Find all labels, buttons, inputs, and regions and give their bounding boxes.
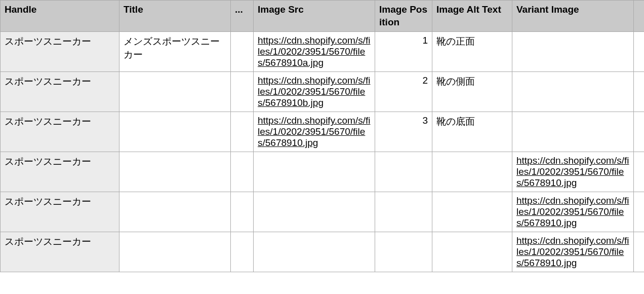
col-variant-image: Variant Image [512,1,634,32]
table-row: スポーツスニーカー https://cdn.shopify.com/s/file… [1,72,645,112]
col-image-position: Image Position [375,1,432,32]
table-row: スポーツスニーカー https://cdn.shopify.com/s/file… [1,152,645,192]
table-row: スポーツスニーカー https://cdn.shopify.com/s/file… [1,192,645,232]
table-row: スポーツスニーカー メンズスポーツスニーカー https://cdn.shopi… [1,32,645,72]
cell-handle: スポーツスニーカー [1,152,119,192]
cell-handle: スポーツスニーカー [1,72,119,112]
table-row: スポーツスニーカー https://cdn.shopify.com/s/file… [1,232,645,272]
col-image-src: Image Src [254,1,375,32]
cell-ellipsis [231,192,254,232]
product-image-table: Handle Title ... Image Src Image Positio… [0,0,644,272]
cell-title: メンズスポーツスニーカー [119,32,231,72]
table-row: スポーツスニーカー https://cdn.shopify.com/s/file… [1,112,645,152]
cell-image-src [254,152,375,192]
table-body: スポーツスニーカー メンズスポーツスニーカー https://cdn.shopi… [1,32,645,272]
cell-title [119,232,231,272]
table-header-row: Handle Title ... Image Src Image Positio… [1,1,645,32]
cell-trailing [634,112,645,152]
col-trailing [634,1,645,32]
cell-image-position: 2 [375,72,432,112]
cell-title [119,152,231,192]
cell-image-position [375,192,432,232]
col-title: Title [119,1,231,32]
cell-handle: スポーツスニーカー [1,32,119,72]
cell-variant-image [512,32,634,72]
col-image-alt: Image Alt Text [432,1,512,32]
image-src-link[interactable]: https://cdn.shopify.com/s/files/1/0202/3… [258,35,370,68]
cell-image-position [375,232,432,272]
col-ellipsis: ... [231,1,254,32]
col-handle: Handle [1,1,119,32]
cell-ellipsis [231,232,254,272]
cell-image-position: 1 [375,32,432,72]
cell-image-position [375,152,432,192]
cell-image-src: https://cdn.shopify.com/s/files/1/0202/3… [254,112,375,152]
cell-trailing [634,152,645,192]
cell-variant-image [512,112,634,152]
cell-handle: スポーツスニーカー [1,192,119,232]
cell-variant-image [512,72,634,112]
cell-handle: スポーツスニーカー [1,112,119,152]
cell-trailing [634,32,645,72]
cell-image-src: https://cdn.shopify.com/s/files/1/0202/3… [254,32,375,72]
cell-image-alt: 靴の側面 [432,72,512,112]
cell-ellipsis [231,72,254,112]
cell-image-alt [432,232,512,272]
variant-image-link[interactable]: https://cdn.shopify.com/s/files/1/0202/3… [516,155,629,188]
cell-variant-image: https://cdn.shopify.com/s/files/1/0202/3… [512,152,634,192]
image-src-link[interactable]: https://cdn.shopify.com/s/files/1/0202/3… [258,115,370,148]
cell-variant-image: https://cdn.shopify.com/s/files/1/0202/3… [512,192,634,232]
cell-trailing [634,192,645,232]
cell-trailing [634,72,645,112]
cell-title [119,112,231,152]
cell-trailing [634,232,645,272]
cell-ellipsis [231,152,254,192]
cell-image-alt: 靴の正面 [432,32,512,72]
cell-image-src [254,192,375,232]
cell-handle: スポーツスニーカー [1,232,119,272]
cell-title [119,72,231,112]
variant-image-link[interactable]: https://cdn.shopify.com/s/files/1/0202/3… [516,195,629,228]
cell-image-position: 3 [375,112,432,152]
cell-variant-image: https://cdn.shopify.com/s/files/1/0202/3… [512,232,634,272]
cell-image-alt [432,192,512,232]
cell-ellipsis [231,112,254,152]
cell-image-alt [432,152,512,192]
variant-image-link[interactable]: https://cdn.shopify.com/s/files/1/0202/3… [516,235,629,268]
cell-title [119,192,231,232]
cell-image-src [254,232,375,272]
cell-image-src: https://cdn.shopify.com/s/files/1/0202/3… [254,72,375,112]
image-src-link[interactable]: https://cdn.shopify.com/s/files/1/0202/3… [258,75,370,108]
cell-image-alt: 靴の底面 [432,112,512,152]
cell-ellipsis [231,32,254,72]
